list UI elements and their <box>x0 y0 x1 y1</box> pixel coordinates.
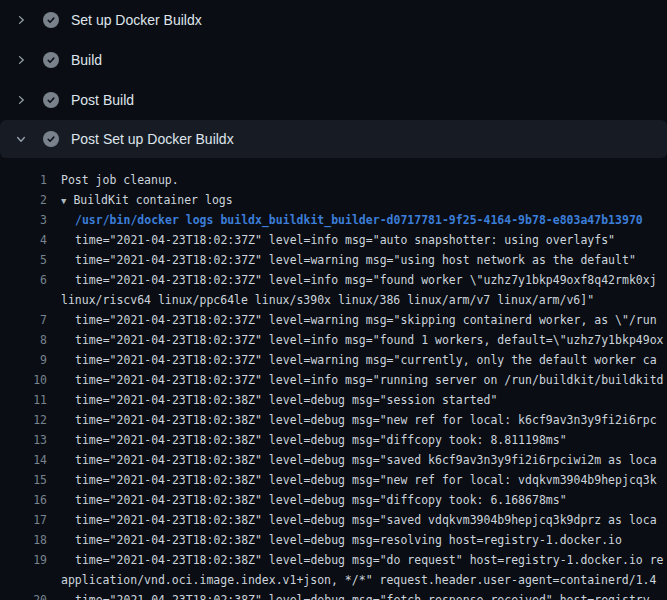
log-line-text: time="2021-04-23T18:02:38Z" level=debug … <box>61 490 667 510</box>
log-line-text: time="2021-04-23T18:02:38Z" level=debug … <box>61 470 667 490</box>
log-line-text: time="2021-04-23T18:02:38Z" level=debug … <box>61 590 667 600</box>
log-line-text: time="2021-04-23T18:02:38Z" level=debug … <box>61 450 667 470</box>
log-group-label[interactable]: BuildKit container logs <box>73 193 232 207</box>
log-line: 6time="2021-04-23T18:02:37Z" level=info … <box>0 270 667 290</box>
step-label: Build <box>71 52 102 68</box>
log-line: 9time="2021-04-23T18:02:37Z" level=warni… <box>0 350 667 370</box>
line-number[interactable]: 14 <box>0 450 47 470</box>
step-header-post-set-up-docker-buildx[interactable]: Post Set up Docker Buildx <box>0 120 667 158</box>
line-number[interactable]: 7 <box>0 310 47 330</box>
check-circle-icon <box>43 52 59 68</box>
log-line-text: time="2021-04-23T18:02:38Z" level=debug … <box>61 530 667 550</box>
line-number[interactable]: 20 <box>0 590 47 600</box>
chevron-right-icon <box>13 92 29 108</box>
line-number[interactable]: 13 <box>0 430 47 450</box>
group-collapse-triangle-icon[interactable]: ▼ <box>61 196 66 206</box>
line-number[interactable]: 18 <box>0 530 47 550</box>
log-line: 7time="2021-04-23T18:02:37Z" level=warni… <box>0 310 667 330</box>
step-header-set-up-docker-buildx[interactable]: Set up Docker Buildx <box>0 0 667 40</box>
log-line-wrap: application/vnd.oci.image.index.v1+json,… <box>0 570 667 590</box>
log-line-text: Post job cleanup. <box>61 170 667 190</box>
log-line-text: time="2021-04-23T18:02:38Z" level=debug … <box>61 510 667 530</box>
step-label: Set up Docker Buildx <box>71 12 202 28</box>
log-line-text: linux/riscv64 linux/ppc64le linux/s390x … <box>61 290 667 310</box>
line-number[interactable]: 8 <box>0 330 47 350</box>
log-line: 17time="2021-04-23T18:02:38Z" level=debu… <box>0 510 667 530</box>
line-number <box>0 570 47 590</box>
log-line-text: time="2021-04-23T18:02:37Z" level=info m… <box>61 230 667 250</box>
line-number[interactable]: 1 <box>0 170 47 190</box>
log-line-text: time="2021-04-23T18:02:37Z" level=warnin… <box>61 250 667 270</box>
line-number[interactable]: 11 <box>0 390 47 410</box>
log-command-text: /usr/bin/docker logs buildx_buildkit_bui… <box>61 210 667 230</box>
log-viewer: 1Post job cleanup.2▼BuildKit container l… <box>0 158 667 600</box>
steps-list: Set up Docker BuildxBuildPost BuildPost … <box>0 0 667 158</box>
log-line-text: application/vnd.oci.image.index.v1+json,… <box>61 570 667 590</box>
line-number[interactable]: 17 <box>0 510 47 530</box>
log-line-text: time="2021-04-23T18:02:38Z" level=debug … <box>61 410 667 430</box>
line-number[interactable]: 12 <box>0 410 47 430</box>
line-number[interactable]: 9 <box>0 350 47 370</box>
line-number[interactable]: 3 <box>0 210 47 230</box>
log-line: 14time="2021-04-23T18:02:38Z" level=debu… <box>0 450 667 470</box>
check-circle-icon <box>43 12 59 28</box>
log-line: 18time="2021-04-23T18:02:38Z" level=debu… <box>0 530 667 550</box>
line-number[interactable]: 2 <box>0 190 47 210</box>
chevron-right-icon <box>13 12 29 28</box>
chevron-right-icon <box>13 52 29 68</box>
log-group-row: ▼BuildKit container logs <box>61 190 667 210</box>
step-label: Post Set up Docker Buildx <box>71 131 234 147</box>
log-line-wrap: linux/riscv64 linux/ppc64le linux/s390x … <box>0 290 667 310</box>
line-number[interactable]: 6 <box>0 270 47 290</box>
log-line-text: time="2021-04-23T18:02:38Z" level=debug … <box>61 550 667 570</box>
check-circle-icon <box>43 131 59 147</box>
log-line: 16time="2021-04-23T18:02:38Z" level=debu… <box>0 490 667 510</box>
log-line: 19time="2021-04-23T18:02:38Z" level=debu… <box>0 550 667 570</box>
log-line: 1Post job cleanup. <box>0 170 667 190</box>
log-line-text: time="2021-04-23T18:02:38Z" level=debug … <box>61 390 667 410</box>
log-line-text: time="2021-04-23T18:02:37Z" level=info m… <box>61 330 667 350</box>
chevron-down-icon <box>13 131 29 147</box>
line-number[interactable]: 15 <box>0 470 47 490</box>
line-number[interactable]: 10 <box>0 370 47 390</box>
log-line: 20time="2021-04-23T18:02:38Z" level=debu… <box>0 590 667 600</box>
log-line-text: time="2021-04-23T18:02:37Z" level=info m… <box>61 270 667 290</box>
log-line: 4time="2021-04-23T18:02:37Z" level=info … <box>0 230 667 250</box>
line-number <box>0 290 47 310</box>
line-number[interactable]: 4 <box>0 230 47 250</box>
step-header-post-build[interactable]: Post Build <box>0 80 667 120</box>
log-line-text: time="2021-04-23T18:02:37Z" level=info m… <box>61 370 667 390</box>
log-line: 5time="2021-04-23T18:02:37Z" level=warni… <box>0 250 667 270</box>
log-line: 3/usr/bin/docker logs buildx_buildkit_bu… <box>0 210 667 230</box>
log-line-text: time="2021-04-23T18:02:37Z" level=warnin… <box>61 310 667 330</box>
line-number[interactable]: 16 <box>0 490 47 510</box>
log-line: 12time="2021-04-23T18:02:38Z" level=debu… <box>0 410 667 430</box>
log-line: 13time="2021-04-23T18:02:38Z" level=debu… <box>0 430 667 450</box>
line-number[interactable]: 5 <box>0 250 47 270</box>
log-line-text: time="2021-04-23T18:02:38Z" level=debug … <box>61 430 667 450</box>
step-header-build[interactable]: Build <box>0 40 667 80</box>
log-line: 2▼BuildKit container logs <box>0 190 667 210</box>
log-line: 11time="2021-04-23T18:02:38Z" level=debu… <box>0 390 667 410</box>
log-line: 8time="2021-04-23T18:02:37Z" level=info … <box>0 330 667 350</box>
log-line: 15time="2021-04-23T18:02:38Z" level=debu… <box>0 470 667 490</box>
log-line-text: time="2021-04-23T18:02:37Z" level=warnin… <box>61 350 667 370</box>
step-label: Post Build <box>71 92 134 108</box>
check-circle-icon <box>43 92 59 108</box>
log-line: 10time="2021-04-23T18:02:37Z" level=info… <box>0 370 667 390</box>
line-number[interactable]: 19 <box>0 550 47 570</box>
